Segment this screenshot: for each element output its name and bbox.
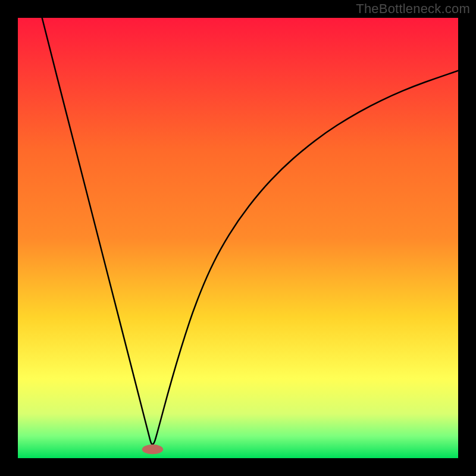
chart-canvas [0, 0, 476, 476]
chart-frame: TheBottleneck.com [0, 0, 476, 476]
optimum-marker [142, 444, 164, 454]
plot-background [18, 18, 458, 458]
watermark-text: TheBottleneck.com [356, 1, 470, 17]
